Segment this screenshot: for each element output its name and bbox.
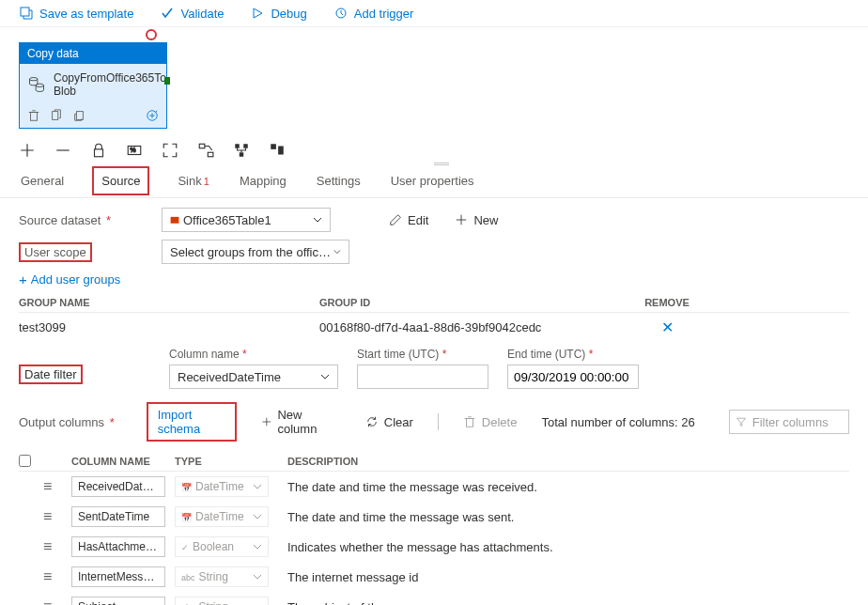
column-name-dropdown[interactable]: ReceivedDateTime [169,365,338,389]
svg-rect-12 [208,152,213,157]
column-desc-header: DESCRIPTION [287,456,849,467]
start-time-input[interactable] [357,365,488,389]
copy-data-activity-node[interactable]: Copy data CopyFromOffice365To Blob [19,42,167,129]
clear-button[interactable]: Clear [358,411,421,433]
clone-icon[interactable] [50,109,63,122]
column-name-input[interactable]: HasAttachments [71,536,165,557]
filter-columns-input[interactable]: Filter columns [729,410,849,434]
columns-table-body: ≡ReceivedDateTim📅DateTimeThe date and ti… [19,472,849,605]
clear-label: Clear [384,415,413,429]
tab-sink[interactable]: Sink1 [176,166,210,195]
column-row: ≡SentDateTime📅DateTimeThe date and time … [19,502,849,532]
pipeline-canvas[interactable]: Copy data CopyFromOffice365To Blob [0,27,868,138]
edit-label: Edit [408,213,428,227]
validate-button[interactable]: Validate [160,6,224,21]
chevron-down-icon [313,215,322,225]
svg-rect-4 [31,113,38,121]
chevron-down-icon [253,482,262,491]
new-label: New [473,213,498,227]
source-dataset-dropdown[interactable]: Office365Table1 [162,208,331,232]
column-name-input[interactable]: InternetMessageI [71,566,165,587]
tab-settings[interactable]: Settings [315,166,363,195]
add-icon[interactable] [19,142,36,159]
column-name-input[interactable]: Subject [71,597,165,605]
expand-icon[interactable] [146,109,159,122]
column-type-dropdown[interactable]: 📅DateTime [175,506,269,527]
pipeline-toolbar: Save as template Validate Debug Add trig… [0,0,868,27]
column-row: ≡SubjectabcStringThe subject of the mess… [19,592,849,605]
save-as-template-button[interactable]: Save as template [19,6,133,21]
tab-source[interactable]: Source [92,166,149,195]
tab-mapping[interactable]: Mapping [238,166,288,195]
drag-handle-icon[interactable]: ≡ [43,598,52,605]
user-scope-dropdown[interactable]: Select groups from the office 365 ten... [162,240,349,264]
add-trigger-button[interactable]: Add trigger [333,6,414,21]
column-description: The date and time the message was sent. [287,510,849,524]
column-name-label: Column name * [169,348,338,361]
drag-handle-icon[interactable]: ≡ [43,568,52,584]
zoom-fit-icon[interactable]: % [126,142,143,159]
date-filter-label: Date filter [19,348,150,384]
column-type-dropdown[interactable]: ✓Boolean [175,536,269,557]
svg-point-3 [36,84,43,86]
chevron-down-icon [253,512,262,521]
nav-icon[interactable] [269,142,286,159]
add-user-groups-label: Add user groups [31,272,120,287]
office365-icon [170,215,179,225]
start-time-label: Start time (UTC) * [357,348,488,361]
import-schema-button[interactable]: Import schema [147,402,237,442]
remove-group-button[interactable]: ✕ [661,319,674,335]
user-scope-value: Select groups from the office 365 ten... [170,245,333,259]
lock-icon[interactable] [90,142,107,159]
new-column-button[interactable]: New column [254,404,341,440]
end-time-input[interactable] [507,365,639,389]
pencil-icon [389,213,402,226]
plus-icon [455,213,468,226]
svg-rect-0 [21,8,29,16]
select-all-checkbox[interactable] [19,455,31,467]
user-scope-label: User scope [19,242,150,262]
column-type-dropdown[interactable]: abcString [175,597,269,605]
svg-rect-15 [240,152,244,157]
column-name-input[interactable]: ReceivedDateTim [71,476,165,497]
validate-label: Validate [180,7,224,21]
group-id-value: 00168f80-df7d-4aa1-88d6-39bf9042cedc [319,320,629,334]
debug-button[interactable]: Debug [250,6,306,21]
tab-sink-label: Sink [178,174,201,188]
fullscreen-icon[interactable] [162,142,178,159]
auto-align-icon[interactable] [197,142,214,159]
add-user-groups-button[interactable]: +Add user groups [19,271,849,287]
remove-icon[interactable] [54,142,71,159]
panel-resize-handle[interactable] [434,163,449,165]
activity-tabs: General Source Sink1 Mapping Settings Us… [0,164,868,198]
delete-label: Delete [482,415,518,429]
column-type-dropdown[interactable]: abcString [175,566,269,587]
add-trigger-label: Add trigger [354,7,414,21]
svg-rect-8 [95,149,103,157]
column-name-input[interactable]: SentDateTime [71,506,165,527]
database-icon [27,75,46,94]
trigger-icon [333,6,349,21]
drag-handle-icon[interactable]: ≡ [43,538,52,554]
group-name-value: test3099 [19,320,319,334]
svg-rect-5 [53,112,58,120]
highlight-circle [146,29,157,40]
drag-handle-icon[interactable]: ≡ [43,478,52,494]
output-columns-label: Output columns * [19,415,130,429]
tab-user-properties[interactable]: User properties [389,166,476,195]
tab-general[interactable]: General [19,166,66,195]
delete-button: Delete [456,411,525,433]
layout-icon[interactable] [233,142,250,159]
drag-handle-icon[interactable]: ≡ [43,508,52,524]
group-row: test3099 00168f80-df7d-4aa1-88d6-39bf904… [19,312,849,342]
column-type-dropdown[interactable]: 📅DateTime [175,476,269,497]
copy-icon[interactable] [72,109,85,122]
edit-dataset-button[interactable]: Edit [381,209,436,231]
save-as-template-label: Save as template [39,7,133,21]
new-dataset-button[interactable]: New [447,209,505,231]
group-id-header: GROUP ID [319,297,629,308]
source-tab-content: Source dataset * Office365Table1 Edit Ne… [0,198,868,605]
node-output-connector[interactable] [164,77,170,85]
column-description: Indicates whether the message has attach… [287,540,849,554]
delete-icon[interactable] [27,109,40,122]
